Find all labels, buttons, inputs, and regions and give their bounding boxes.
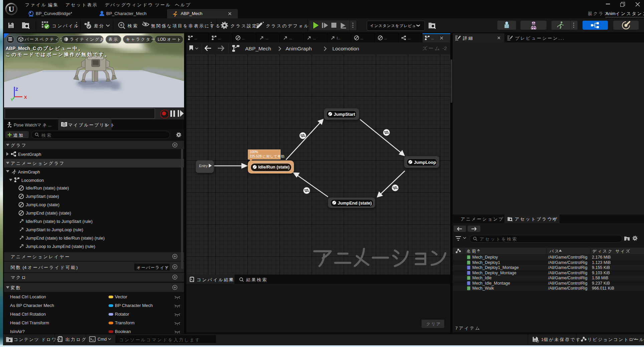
- svg-text:Z: Z: [15, 87, 18, 92]
- svg-text:U: U: [8, 5, 14, 13]
- svg-text:X: X: [24, 95, 27, 100]
- svg-text:Y: Y: [11, 98, 13, 102]
